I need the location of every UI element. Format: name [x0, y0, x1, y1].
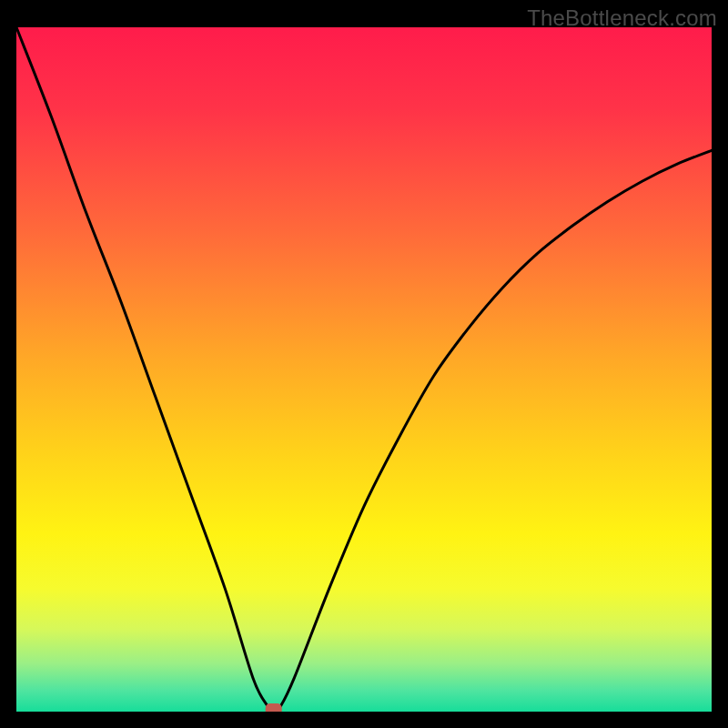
- watermark-text: TheBottleneck.com: [527, 5, 717, 31]
- plot-area: [16, 27, 712, 712]
- gradient-background: [16, 27, 712, 712]
- bottleneck-chart: [16, 27, 712, 712]
- minimum-marker: [266, 703, 282, 712]
- chart-frame: TheBottleneck.com: [0, 0, 728, 728]
